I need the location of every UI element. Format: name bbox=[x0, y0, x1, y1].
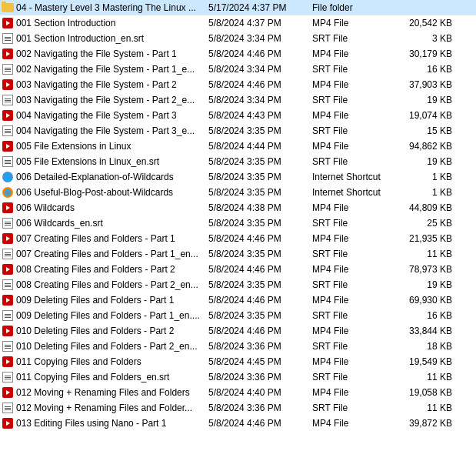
file-name: 009 Deleting Files and Folders - Part 1 bbox=[16, 295, 174, 306]
file-name: 008 Creating Files and Folders - Part 2 bbox=[16, 264, 175, 275]
table-row[interactable]: 010 Deleting Files and Folders - Part 2_… bbox=[0, 339, 476, 354]
file-type: File folder bbox=[309, 2, 394, 13]
table-row[interactable]: 04 - Mastery Level 3 Mastering The Linux… bbox=[0, 0, 476, 15]
file-name-col: 012 Moving + Renaming Files and Folders bbox=[2, 386, 205, 399]
file-type: Internet Shortcut bbox=[309, 187, 394, 198]
file-name: 001 Section Introduction bbox=[16, 18, 115, 28]
file-size: 15 KB bbox=[394, 125, 455, 136]
table-row[interactable]: 009 Deleting Files and Folders - Part 1 … bbox=[0, 292, 476, 308]
table-row[interactable]: 005 File Extensions in Linux_en.srt 5/8/… bbox=[0, 154, 476, 169]
file-size: 25 KB bbox=[394, 218, 455, 229]
table-row[interactable]: 008 Creating Files and Folders - Part 2 … bbox=[0, 262, 476, 277]
table-row[interactable]: 006 Wildcards 5/8/2024 4:38 PM MP4 File … bbox=[0, 200, 476, 215]
file-type: SRT File bbox=[309, 218, 394, 229]
file-date: 5/8/2024 4:46 PM bbox=[205, 48, 309, 59]
file-type: MP4 File bbox=[309, 387, 394, 398]
file-name: 006 Wildcards bbox=[16, 202, 75, 213]
file-date: 5/8/2024 3:35 PM bbox=[205, 156, 309, 167]
mp4-icon bbox=[2, 263, 14, 276]
mp4-icon bbox=[2, 325, 14, 337]
file-size: 39,872 KB bbox=[394, 418, 455, 429]
file-date: 5/8/2024 3:36 PM bbox=[205, 341, 309, 352]
file-type: SRT File bbox=[309, 279, 394, 290]
file-date: 5/8/2024 4:46 PM bbox=[205, 79, 309, 90]
file-name: 010 Deleting Files and Folders - Part 2 bbox=[16, 326, 174, 336]
mp4-icon bbox=[2, 417, 14, 429]
table-row[interactable]: 007 Creating Files and Folders - Part 1 … bbox=[0, 231, 476, 246]
srt-icon bbox=[2, 94, 14, 106]
table-row[interactable]: 🌐 006 Detailed-Explanation-of-Wildcards … bbox=[0, 169, 476, 185]
table-row[interactable]: 001 Section Introduction 5/8/2024 4:37 P… bbox=[0, 15, 476, 31]
file-name-col: 011 Copying Files and Folders_en.srt bbox=[2, 371, 205, 383]
file-size: 11 KB bbox=[394, 372, 455, 382]
table-row[interactable]: 002 Navigating the File System - Part 1_… bbox=[0, 62, 476, 77]
file-name-col: 004 Navigating the File System - Part 3_… bbox=[2, 125, 205, 137]
file-size: 11 KB bbox=[394, 249, 455, 259]
file-type: SRT File bbox=[309, 341, 394, 352]
table-row[interactable]: 🌐 006 Useful-Blog-Post-about-Wildcards 5… bbox=[0, 185, 476, 200]
file-type: MP4 File bbox=[309, 202, 394, 213]
file-name: 007 Creating Files and Folders - Part 1 bbox=[16, 233, 175, 244]
table-row[interactable]: 007 Creating Files and Folders - Part 1_… bbox=[0, 246, 476, 262]
table-row[interactable]: 012 Moving + Renaming Files and Folders … bbox=[0, 385, 476, 400]
shortcut-icon: 🌐 bbox=[2, 171, 14, 183]
table-row[interactable]: 006 Wildcards_en.srt 5/8/2024 3:35 PM SR… bbox=[0, 215, 476, 231]
file-name-col: 007 Creating Files and Folders - Part 1 bbox=[2, 232, 205, 245]
srt-icon bbox=[2, 125, 14, 137]
file-type: MP4 File bbox=[309, 233, 394, 244]
file-type: MP4 File bbox=[309, 141, 394, 152]
file-size: 11 KB bbox=[394, 403, 455, 413]
file-date: 5/8/2024 4:43 PM bbox=[205, 110, 309, 121]
file-date: 5/8/2024 3:35 PM bbox=[205, 218, 309, 229]
mp4-icon bbox=[2, 356, 14, 368]
file-name: 013 Editing Files using Nano - Part 1 bbox=[16, 418, 166, 429]
file-size: 16 KB bbox=[394, 64, 455, 75]
table-row[interactable]: 004 Navigating the File System - Part 3 … bbox=[0, 108, 476, 123]
table-row[interactable]: 013 Editing Files using Nano - Part 1 5/… bbox=[0, 416, 476, 431]
table-row[interactable]: 005 File Extensions in Linux 5/8/2024 4:… bbox=[0, 139, 476, 154]
file-size: 78,973 KB bbox=[394, 264, 455, 275]
srt-icon bbox=[2, 63, 14, 75]
table-row[interactable]: 011 Copying Files and Folders_en.srt 5/8… bbox=[0, 369, 476, 385]
file-name: 006 Detailed-Explanation-of-Wildcards bbox=[16, 172, 174, 182]
mp4-icon bbox=[2, 79, 14, 91]
file-date: 5/8/2024 3:35 PM bbox=[205, 125, 309, 136]
table-row[interactable]: 010 Deleting Files and Folders - Part 2 … bbox=[0, 323, 476, 339]
file-type: MP4 File bbox=[309, 295, 394, 306]
file-date: 5/8/2024 3:35 PM bbox=[205, 310, 309, 321]
file-date: 5/8/2024 3:34 PM bbox=[205, 64, 309, 75]
table-row[interactable]: 004 Navigating the File System - Part 3_… bbox=[0, 123, 476, 139]
file-date: 5/8/2024 3:36 PM bbox=[205, 403, 309, 413]
file-type: MP4 File bbox=[309, 264, 394, 275]
table-row[interactable]: 002 Navigating the File System - Part 1 … bbox=[0, 46, 476, 62]
file-type: SRT File bbox=[309, 125, 394, 136]
file-size: 33,844 KB bbox=[394, 326, 455, 336]
mp4-icon bbox=[2, 109, 14, 122]
mp4-icon bbox=[2, 386, 14, 399]
file-type: SRT File bbox=[309, 156, 394, 167]
table-row[interactable]: 012 Moving + Renaming Files and Folder..… bbox=[0, 400, 476, 416]
file-date: 5/8/2024 3:35 PM bbox=[205, 172, 309, 182]
table-row[interactable]: 003 Navigating the File System - Part 2 … bbox=[0, 77, 476, 92]
file-date: 5/8/2024 3:34 PM bbox=[205, 95, 309, 105]
file-name-col: 006 Wildcards_en.srt bbox=[2, 217, 205, 229]
table-row[interactable]: 009 Deleting Files and Folders - Part 1_… bbox=[0, 308, 476, 323]
file-name-col: 002 Navigating the File System - Part 1 bbox=[2, 48, 205, 60]
file-name: 006 Useful-Blog-Post-about-Wildcards bbox=[16, 187, 173, 198]
file-date: 5/8/2024 4:46 PM bbox=[205, 418, 309, 429]
file-date: 5/8/2024 3:35 PM bbox=[205, 279, 309, 290]
mp4-icon bbox=[2, 202, 14, 214]
file-name-col: 011 Copying Files and Folders bbox=[2, 356, 205, 368]
table-row[interactable]: 008 Creating Files and Folders - Part 2_… bbox=[0, 277, 476, 292]
file-name-col: 003 Navigating the File System - Part 2 bbox=[2, 79, 205, 91]
file-list: 04 - Mastery Level 3 Mastering The Linux… bbox=[0, 0, 476, 431]
file-name-col: 001 Section Introduction_en.srt bbox=[2, 32, 205, 45]
file-name: 04 - Mastery Level 3 Mastering The Linux… bbox=[16, 2, 196, 13]
file-date: 5/8/2024 3:36 PM bbox=[205, 372, 309, 382]
table-row[interactable]: 011 Copying Files and Folders 5/8/2024 4… bbox=[0, 354, 476, 369]
file-type: SRT File bbox=[309, 403, 394, 413]
file-name-col: 009 Deleting Files and Folders - Part 1_… bbox=[2, 309, 205, 322]
table-row[interactable]: 001 Section Introduction_en.srt 5/8/2024… bbox=[0, 31, 476, 46]
file-name-col: 010 Deleting Files and Folders - Part 2_… bbox=[2, 340, 205, 352]
table-row[interactable]: 003 Navigating the File System - Part 2_… bbox=[0, 92, 476, 108]
